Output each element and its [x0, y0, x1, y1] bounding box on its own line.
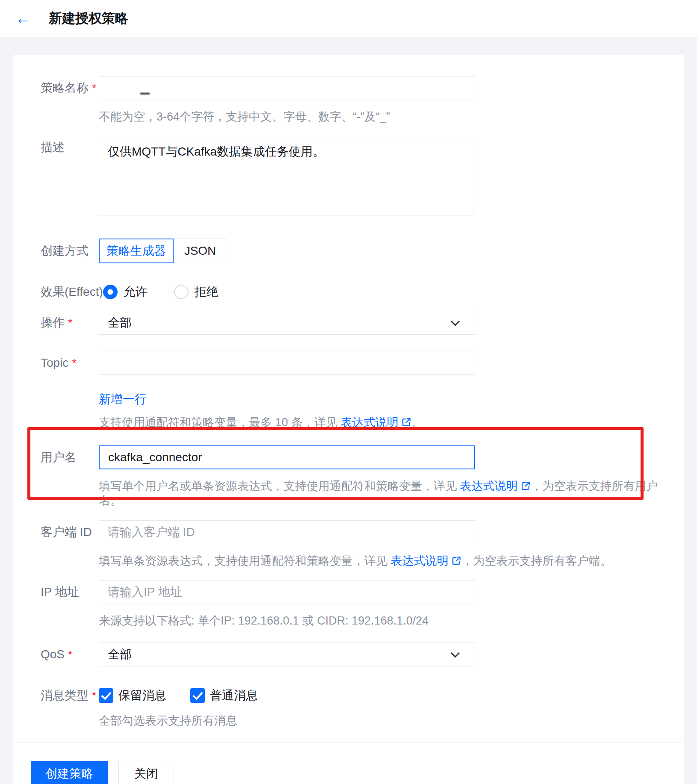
description-label: 描述	[41, 136, 99, 156]
field-client-id: 客户端 ID 填写单条资源表达式，支持使用通配符和策略变量，详见 表达式说明，为…	[41, 520, 671, 568]
back-icon[interactable]: ←	[15, 11, 37, 26]
effect-label: 效果(Effect)	[41, 283, 103, 301]
radio-unchecked-icon[interactable]	[174, 285, 189, 299]
required-asterisk: *	[68, 316, 72, 329]
client-id-label: 客户端 ID	[41, 520, 99, 544]
checkbox-checked-icon[interactable]	[99, 688, 113, 703]
qos-label: QoS*	[41, 643, 99, 666]
label-text: 创建方式	[41, 244, 89, 257]
policy-name-help: 不能为空，3-64个字符，支持中文、字母、数字、“-”及“_”	[99, 109, 671, 124]
field-username: 用户名 填写单个用户名或单条资源表达式，支持使用通配符和策略变量，详见 表达式说…	[41, 445, 671, 508]
username-help: 填写单个用户名或单条资源表达式，支持使用通配符和策略变量，详见 表达式说明，为空…	[99, 479, 671, 508]
expression-doc-link[interactable]: 表达式说明	[460, 480, 531, 492]
field-ip: IP 地址 来源支持以下格式: 单个IP: 192.168.0.1 或 CIDR…	[41, 580, 671, 628]
username-label: 用户名	[41, 445, 99, 469]
action-select-value: 全部	[108, 315, 132, 331]
radio-allow[interactable]: 允许	[103, 284, 148, 300]
field-message-type: 消息类型* 保留消息 普通消息 全部勾选表示支持所有消息	[41, 688, 671, 728]
message-type-label: 消息类型*	[41, 688, 99, 703]
required-asterisk: *	[92, 689, 96, 702]
external-link-icon	[451, 555, 462, 566]
field-action: 操作* 全部	[41, 311, 671, 335]
topic-help: 支持使用通配符和策略变量，最多 10 条，详见 表达式说明。	[99, 415, 671, 430]
radio-checked-icon[interactable]	[103, 285, 118, 299]
label-text: 消息类型	[41, 689, 89, 702]
chevron-down-icon	[451, 317, 460, 326]
add-row-link[interactable]: 新增一行	[99, 392, 147, 407]
topic-extra-row: 新增一行 支持使用通配符和策略变量，最多 10 条，详见 表达式说明。	[41, 375, 671, 430]
field-topic: Topic*	[41, 351, 671, 375]
external-link-icon	[401, 417, 412, 427]
ip-help: 来源支持以下格式: 单个IP: 192.168.0.1 或 CIDR: 192.…	[99, 613, 671, 628]
expression-doc-link[interactable]: 表达式说明	[341, 416, 412, 429]
help-text: ，为空表示支持所有客户端。	[462, 554, 612, 567]
redacted-topic-value	[108, 357, 119, 369]
chevron-down-icon	[451, 648, 460, 657]
label-text: 操作	[41, 316, 65, 329]
message-type-check-group: 保留消息 普通消息	[99, 688, 671, 703]
topic-label: Topic*	[41, 351, 99, 375]
required-asterisk: *	[68, 648, 72, 661]
form-card: 策略名称* 不能为空，3-64个字符，支持中文、字母、数字、“-”及“_” 描述…	[13, 55, 684, 784]
checkbox-normal-message[interactable]: 普通消息	[190, 687, 258, 704]
label-text: 效果(Effect)	[41, 285, 103, 298]
action-label: 操作*	[41, 311, 99, 335]
label-text: 描述	[41, 141, 65, 154]
create-mode-label: 创建方式	[41, 239, 99, 263]
field-description: 描述 仅供MQTT与CKafka数据集成任务使用。	[41, 136, 671, 217]
field-policy-name: 策略名称* 不能为空，3-64个字符，支持中文、字母、数字、“-”及“_”	[41, 76, 671, 124]
field-effect: 效果(Effect) 允许 拒绝	[41, 283, 671, 301]
radio-deny-label: 拒绝	[195, 284, 219, 300]
label-text: Topic	[41, 356, 68, 369]
external-link-icon	[520, 480, 531, 491]
form-footer: 创建策略 关闭	[13, 743, 684, 784]
checkbox-checked-icon[interactable]	[190, 688, 205, 703]
client-id-input[interactable]	[99, 520, 475, 544]
policy-name-input[interactable]	[99, 76, 475, 100]
page-title: 新建授权策略	[49, 9, 128, 27]
label-text: 策略名称	[41, 81, 89, 94]
radio-deny[interactable]: 拒绝	[174, 284, 219, 300]
client-id-help: 填写单条资源表达式，支持使用通配符和策略变量，详见 表达式说明，为空表示支持所有…	[99, 554, 671, 568]
qos-select-value: 全部	[108, 646, 132, 663]
create-policy-button[interactable]: 创建策略	[31, 761, 108, 784]
ip-input[interactable]	[99, 580, 475, 604]
effect-radio-group: 允许 拒绝	[103, 283, 671, 301]
required-asterisk: *	[92, 82, 96, 94]
label-text: 客户端 ID	[41, 525, 92, 539]
field-qos: QoS* 全部	[41, 643, 671, 666]
close-button[interactable]: 关闭	[118, 761, 174, 784]
help-text: 支持使用通配符和策略变量，最多 10 条，详见	[99, 416, 341, 429]
field-create-mode: 创建方式 策略生成器 JSON	[41, 239, 671, 263]
topic-input[interactable]	[99, 351, 475, 375]
label-text: QoS	[41, 648, 65, 661]
tab-json[interactable]: JSON	[173, 239, 227, 263]
description-textarea[interactable]: 仅供MQTT与CKafka数据集成任务使用。	[99, 136, 475, 215]
expression-doc-link[interactable]: 表达式说明	[391, 554, 462, 567]
username-input[interactable]	[99, 445, 475, 469]
help-text: 。	[412, 416, 423, 429]
ip-label: IP 地址	[41, 580, 99, 604]
redacted-policy-name	[108, 81, 198, 95]
policy-name-label: 策略名称*	[41, 76, 99, 100]
message-type-help: 全部勾选表示支持所有消息	[99, 713, 671, 728]
required-asterisk: *	[72, 357, 76, 369]
action-select[interactable]: 全部	[99, 311, 475, 335]
checkbox-label: 普通消息	[210, 687, 258, 704]
label-text: 用户名	[41, 451, 77, 464]
checkbox-label: 保留消息	[118, 687, 166, 704]
help-text: 填写单条资源表达式，支持使用通配符和策略变量，详见	[99, 554, 391, 567]
checkbox-retained-message[interactable]: 保留消息	[99, 687, 166, 704]
label-text: IP 地址	[41, 585, 79, 598]
page-header: ← 新建授权策略	[0, 0, 697, 37]
create-mode-toggle-group: 策略生成器 JSON	[99, 239, 671, 263]
help-text: 填写单个用户名或单条资源表达式，支持使用通配符和策略变量，详见	[99, 480, 460, 492]
radio-allow-label: 允许	[124, 284, 148, 300]
tab-policy-generator[interactable]: 策略生成器	[99, 239, 174, 263]
qos-select[interactable]: 全部	[99, 643, 475, 666]
